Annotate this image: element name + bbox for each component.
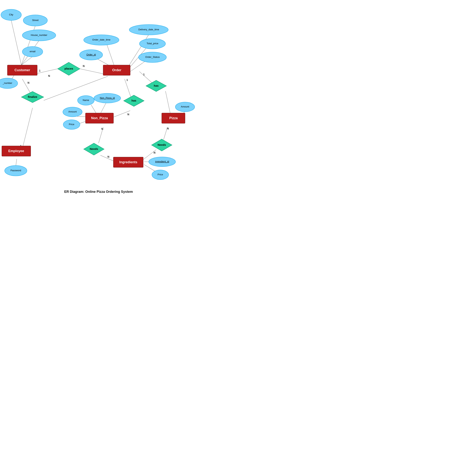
svg-text:places: places xyxy=(65,67,73,70)
attribute-pizza-amount: Amount xyxy=(175,102,195,112)
attribute-order-id: Order_id xyxy=(80,50,103,60)
entity-ingredients: Ingredients xyxy=(113,157,143,167)
svg-text:email: email xyxy=(30,50,35,53)
attribute-street: Street xyxy=(23,15,47,26)
svg-text:Password: Password xyxy=(10,169,21,172)
cardinality-nonpizza-needs: N xyxy=(101,127,103,130)
svg-text:City: City xyxy=(9,13,13,16)
svg-text:Price: Price xyxy=(157,173,163,176)
svg-text:finalize: finalize xyxy=(28,95,37,98)
svg-line-24 xyxy=(164,127,167,139)
cardinality-has2-n: N xyxy=(127,113,129,116)
svg-text:Order_id: Order_id xyxy=(86,53,96,56)
relationship-has-order-nonpizza: has xyxy=(124,95,144,106)
cardinality-fin-n: N xyxy=(48,74,50,77)
svg-text:Non_Pizza_id: Non_Pizza_id xyxy=(100,97,115,99)
svg-text:Price: Price xyxy=(69,123,74,126)
svg-line-3 xyxy=(21,56,33,65)
attribute-nonpizza-name: Name xyxy=(78,96,94,105)
cardinality-places-1: 1 xyxy=(39,69,41,72)
entity-employee: Employee xyxy=(2,146,31,156)
attribute-nonpizza-price: Price xyxy=(63,120,80,129)
svg-text:Needs: Needs xyxy=(90,147,98,151)
attribute-delivery-date-time: Delivery_date_time xyxy=(129,25,168,35)
relationship-finalize: finalize xyxy=(21,91,44,103)
svg-text:Order_Status: Order_Status xyxy=(145,56,160,58)
svg-text:Amount: Amount xyxy=(181,105,189,108)
svg-text:Order_date_time: Order_date_time xyxy=(92,38,110,41)
svg-line-13 xyxy=(130,61,145,72)
relationship-places: places xyxy=(58,62,80,75)
attribute-password: Password xyxy=(5,166,27,176)
attribute-nonpizza-amount: Amount xyxy=(63,107,82,117)
svg-text:Ingredients: Ingredients xyxy=(119,160,137,164)
svg-line-5 xyxy=(35,69,58,74)
svg-text:Order: Order xyxy=(112,68,121,72)
svg-text:Name: Name xyxy=(83,99,89,102)
relationship-needs-pizza: Needs xyxy=(152,139,172,151)
svg-text:Pizza: Pizza xyxy=(169,116,178,120)
svg-text:_number: _number xyxy=(2,82,12,85)
entity-customer: Customer xyxy=(7,65,37,75)
er-diagram: 1 N 1 N 1 N N 1 N N N N N City Street Ho… xyxy=(0,0,197,197)
svg-text:Delivery_date_time: Delivery_date_time xyxy=(138,28,159,31)
entity-order: Order xyxy=(103,65,130,75)
attribute-phone-number: _number xyxy=(0,78,18,88)
svg-text:ingredient_id: ingredient_id xyxy=(155,160,169,163)
svg-text:Customer: Customer xyxy=(15,68,30,72)
svg-text:has: has xyxy=(132,99,136,102)
cardinality-has2-1: 1 xyxy=(126,78,128,82)
relationship-has-order-pizza: has xyxy=(146,80,166,91)
diagram-caption: ER Diagram: Online Pizza Ordering System xyxy=(0,190,197,194)
cardinality-cust-fin: N xyxy=(28,81,29,84)
relationship-needs-nonpizza: Needs xyxy=(84,143,104,155)
attribute-email: email xyxy=(22,47,43,57)
svg-text:House_number: House_number xyxy=(31,34,48,36)
attribute-order-date-time: Order_date_time xyxy=(84,35,119,45)
cardinality-needs2-ingr: N xyxy=(153,151,155,154)
svg-text:Needs: Needs xyxy=(157,143,166,146)
svg-text:has: has xyxy=(154,84,159,87)
attribute-nonpizza-id: Non_Pizza_id xyxy=(94,93,121,103)
svg-line-8 xyxy=(22,108,33,149)
svg-text:Amount: Amount xyxy=(68,110,77,113)
entity-pizza: Pizza xyxy=(162,113,185,123)
attribute-order-status: Order_Status xyxy=(138,52,166,63)
svg-line-29 xyxy=(16,159,17,166)
attribute-ingredient-id: ingredient_id xyxy=(149,157,175,167)
cardinality-places-n: N xyxy=(83,65,85,68)
svg-line-0 xyxy=(11,20,21,65)
cardinality-pizza-needs: N xyxy=(167,127,169,130)
svg-text:Street: Street xyxy=(32,19,39,22)
attribute-house-number: House_number xyxy=(22,30,56,41)
svg-line-6 xyxy=(80,69,103,74)
cardinality-has1-1: 1 xyxy=(143,73,145,76)
svg-text:Employee: Employee xyxy=(8,149,24,153)
attribute-ingredient-price: Price xyxy=(152,170,169,180)
attribute-city: City xyxy=(1,9,21,20)
attribute-total-price: Total_price xyxy=(139,38,166,49)
cardinality-needs-ingr: N xyxy=(107,155,109,158)
svg-text:Total_price: Total_price xyxy=(147,42,158,45)
svg-text:Non_Pizza: Non_Pizza xyxy=(91,116,108,120)
entity-nonpizza: Non_Pizza xyxy=(85,113,113,123)
caption-text: ER Diagram: Online Pizza Ordering System xyxy=(64,190,133,194)
